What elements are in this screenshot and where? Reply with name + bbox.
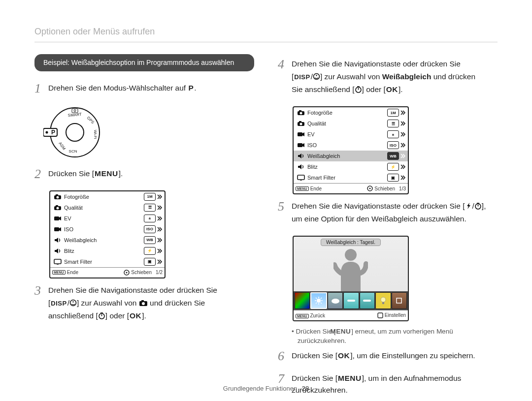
menu-row: WeißabgleichWB	[50, 235, 165, 246]
fn-icon	[377, 312, 383, 318]
menu-row: Smart Filter▣	[294, 172, 408, 183]
step-2: 2 Drücken Sie [MENU].	[34, 168, 254, 184]
page-footer: Grundlegende Funktionen 28	[0, 385, 532, 392]
step4-line1: Drehen Sie die Navigationstaste oder drü…	[292, 60, 461, 68]
step-6: 6 Drücken Sie [OK], um die Einstellungen…	[278, 350, 498, 366]
svg-rect-39	[299, 110, 301, 112]
sound-icon	[52, 237, 63, 244]
wb-preview-panel: Weißabgleich : Tagesl.	[293, 236, 409, 321]
step-number: 4	[278, 58, 292, 71]
mode-dial: SMART GPS Wi-Fi SCN ASM P	[43, 105, 254, 160]
macro-icon	[69, 299, 77, 307]
menu-row-badge: ISO	[387, 141, 406, 149]
step3-line3a: anschließend [	[48, 311, 98, 320]
menu-row-label: Fotogröße	[306, 110, 387, 116]
step5-line1b: ],	[482, 202, 486, 210]
svg-point-34	[316, 75, 317, 76]
example-pill: Beispiel: Weißabgleichsoption im Program…	[34, 54, 254, 71]
menu-row-badge: ☰	[387, 120, 406, 127]
sound-icon	[52, 247, 63, 254]
video-icon	[296, 131, 306, 137]
header-rule	[34, 42, 498, 42]
step4-line2a: zur Auswahl von	[322, 72, 382, 81]
footer-page-number: 28	[302, 385, 309, 392]
timer-icon	[474, 202, 482, 210]
timer-icon	[355, 86, 362, 93]
menu-row: Fotogröße1M	[294, 107, 408, 118]
right-column: 4 Drehen Sie die Navigationstaste oder d…	[278, 54, 498, 401]
person-silhouette-icon	[333, 246, 368, 291]
step-number: 6	[278, 350, 292, 363]
menu-row-label: Qualität	[306, 121, 387, 126]
menu-panel-1: Fotogröße1M Qualität☰ EV± ISOISO Weißabg…	[49, 190, 166, 278]
menu-row-label: Blitz	[63, 248, 144, 254]
menu-button-label: MENU	[337, 372, 362, 384]
svg-rect-44	[298, 132, 302, 136]
svg-point-15	[57, 196, 59, 198]
menu-row-label: ISO	[306, 142, 387, 148]
wb-preview-figure	[294, 246, 408, 291]
menu-badge-icon: MENU	[296, 314, 309, 318]
menu-row-badge: WB	[387, 152, 406, 160]
camera-icon	[139, 300, 148, 307]
menu-row: EV±	[294, 129, 408, 140]
video-icon	[296, 142, 306, 148]
svg-point-24	[126, 272, 128, 273]
page-header: Optionen oder Menüs aufrufen	[34, 27, 498, 37]
menu-row-badge: ▣	[387, 174, 406, 182]
menu-row-label: EV	[63, 216, 144, 221]
menu-row-label: Smart Filter	[306, 175, 387, 181]
menu-button-label: MENU	[94, 168, 119, 180]
wb-daylight-icon	[310, 292, 327, 309]
menu-row-badge: ±	[144, 215, 163, 222]
menu-row: EV±	[50, 213, 165, 224]
camera-icon	[52, 205, 63, 211]
flash-icon	[465, 202, 472, 210]
svg-rect-19	[54, 216, 59, 220]
subnote-a: Drücken Sie [	[296, 328, 336, 335]
step5-line1a: Drehen Sie die Navigationstaste oder drü…	[292, 202, 465, 210]
step5-subnote: • Drücken Sie [MENU] erneut, um zum vorh…	[278, 327, 498, 346]
menu-row-label: Fotogröße	[63, 194, 144, 200]
step-number: 5	[278, 200, 292, 213]
menu-row-label: ISO	[63, 226, 144, 232]
step-3: 3 Drehen Sie die Navigationstaste oder d…	[34, 284, 254, 326]
step1-text-pre: Drehen Sie den Modus-Wählschalter auf	[48, 84, 188, 92]
svg-point-9	[46, 131, 48, 133]
step4-line3b: ] oder [	[362, 85, 386, 93]
footer-section: Grundlegende Funktionen	[223, 385, 297, 392]
ok-button-label: OK	[129, 310, 142, 322]
wb-fluorescent-l-icon	[360, 292, 375, 309]
step6-b: ], um die Einstellungen zu speichern.	[350, 351, 475, 360]
svg-point-40	[300, 112, 302, 115]
menu-panel-2: Fotogröße1M Qualität☰ EV± ISOISO Weißabg…	[293, 106, 409, 194]
menu-row: Blitz⚡	[294, 161, 408, 172]
step3-line2c: und drücken Sie	[150, 299, 205, 307]
step3-line3c: ].	[142, 311, 146, 320]
bullet: •	[292, 328, 294, 335]
wb-auto-icon	[295, 292, 310, 309]
menu-row: Fotogröße1M	[50, 191, 165, 202]
sound-icon	[296, 153, 306, 159]
step-number: 2	[34, 168, 48, 181]
svg-point-18	[57, 207, 59, 209]
step3-line3b: ] oder [	[105, 311, 129, 320]
menu-row-badge: 1M	[387, 109, 406, 117]
svg-text:Wi-Fi: Wi-Fi	[93, 130, 98, 139]
panel-footer-right: Schieben	[374, 186, 395, 191]
step-number: 1	[34, 82, 48, 95]
menu-row-badge: WB	[144, 236, 163, 244]
svg-rect-46	[298, 175, 304, 180]
wb-tungsten-icon	[375, 292, 391, 309]
svg-line-59	[316, 298, 317, 299]
mode-p-icon: P	[188, 82, 194, 94]
timer-icon	[98, 312, 105, 319]
macro-icon	[313, 73, 320, 80]
step1-text-post: .	[194, 84, 196, 92]
display-icon	[296, 175, 306, 181]
video-icon	[52, 226, 63, 232]
panel-footer-right: Schieben	[131, 270, 152, 275]
svg-point-2	[66, 123, 84, 141]
step-4: 4 Drehen Sie die Navigationstaste oder d…	[278, 58, 498, 99]
svg-rect-69	[378, 313, 383, 318]
